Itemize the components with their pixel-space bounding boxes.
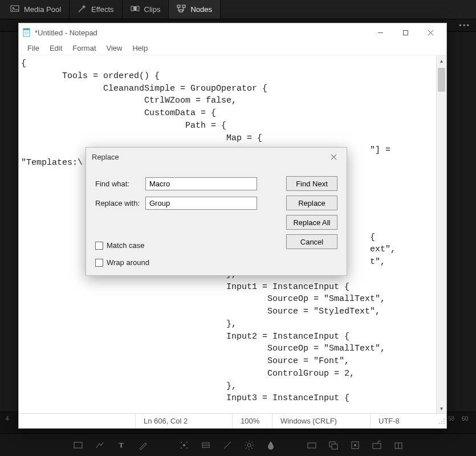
match-case-label: Match case [107, 241, 144, 250]
tool-icon-12[interactable] [350, 440, 360, 450]
replace-with-input[interactable] [145, 197, 257, 210]
menu-file[interactable]: File [23, 43, 43, 54]
menu-help[interactable]: Help [128, 43, 152, 54]
media-pool-icon [10, 4, 19, 15]
effects-icon [78, 4, 87, 15]
find-what-label: Find what: [95, 180, 145, 188]
replace-all-button[interactable]: Replace All [286, 215, 337, 230]
svg-line-21 [246, 442, 247, 443]
svg-rect-8 [74, 442, 82, 448]
find-next-button[interactable]: Find Next [286, 176, 337, 191]
svg-point-47 [444, 423, 445, 424]
menu-format[interactable]: Format [68, 43, 100, 54]
svg-point-12 [181, 447, 182, 449]
svg-point-46 [441, 423, 442, 424]
menu-view[interactable]: View [103, 43, 127, 54]
tab-nodes[interactable]: Nodes [169, 0, 221, 19]
find-what-input[interactable] [145, 177, 257, 190]
scroll-thumb[interactable] [438, 68, 445, 92]
tool-icon-7[interactable] [222, 440, 233, 450]
svg-point-29 [354, 444, 356, 446]
nodes-icon [177, 4, 186, 15]
status-zoom: 100% [232, 414, 272, 428]
svg-point-1 [13, 7, 14, 9]
svg-rect-34 [23, 28, 30, 30]
vertical-scrollbar[interactable]: ▴ ▾ [436, 55, 446, 413]
svg-point-13 [186, 447, 188, 449]
resize-grip[interactable] [436, 417, 446, 426]
more-icon[interactable]: ••• [459, 21, 470, 30]
notepad-title-text: *Untitled - Notepad [35, 28, 97, 37]
cancel-button[interactable]: Cancel [286, 234, 337, 249]
status-position: Ln 606, Col 2 [135, 414, 232, 428]
svg-rect-7 [180, 10, 182, 12]
svg-point-42 [444, 418, 445, 420]
drop-icon[interactable] [266, 440, 276, 450]
replace-dialog-titlebar[interactable]: Replace [86, 148, 347, 166]
timeline-num: 58 [448, 416, 454, 422]
status-encoding: UTF-8 [370, 414, 436, 428]
svg-point-10 [181, 442, 182, 443]
scroll-up-arrow[interactable]: ▴ [437, 55, 446, 66]
svg-rect-5 [177, 5, 180, 7]
svg-rect-25 [308, 443, 316, 448]
tab-label: Clips [144, 5, 161, 14]
tab-label: Effects [91, 5, 114, 14]
replace-close-button[interactable] [326, 149, 341, 164]
svg-point-11 [186, 442, 188, 443]
tool-icon-14[interactable] [393, 440, 404, 450]
maximize-button[interactable] [393, 25, 418, 40]
svg-line-24 [246, 447, 247, 449]
replace-dialog-title: Replace [92, 153, 119, 161]
tab-clips[interactable]: Clips [123, 0, 169, 19]
match-case-checkbox[interactable] [95, 242, 103, 250]
tab-media-pool[interactable]: Media Pool [2, 0, 70, 19]
tool-icon-2[interactable] [95, 440, 105, 450]
timeline-num: 4 [6, 416, 9, 422]
status-line-ending: Windows (CRLF) [272, 414, 370, 428]
app-tab-bar: Media Pool Effects Clips Nodes [0, 0, 476, 19]
notepad-menubar: File Edit Format View Help [19, 42, 446, 55]
menu-edit[interactable]: Edit [46, 43, 66, 54]
replace-button[interactable]: Replace [286, 196, 337, 210]
svg-point-43 [441, 421, 442, 422]
svg-point-44 [444, 421, 445, 422]
replace-dialog: Replace Find what: Replace with: Find Ne… [86, 147, 347, 276]
notepad-app-icon [22, 28, 31, 37]
svg-point-9 [183, 444, 185, 446]
wrap-around-checkbox[interactable] [95, 259, 103, 267]
svg-rect-4 [137, 6, 139, 11]
tool-icon-6[interactable] [201, 440, 211, 450]
tool-icon-13[interactable] [372, 440, 382, 450]
replace-with-label: Replace with: [95, 199, 145, 207]
close-button[interactable] [418, 25, 443, 40]
tool-icon-10[interactable] [307, 440, 317, 450]
svg-rect-3 [134, 6, 136, 11]
svg-line-23 [251, 442, 253, 443]
svg-rect-6 [182, 5, 185, 7]
svg-rect-2 [131, 6, 133, 11]
svg-rect-39 [403, 30, 408, 35]
brush-icon[interactable] [138, 440, 148, 450]
tab-label: Media Pool [24, 5, 61, 14]
bottom-toolbar: T [0, 433, 476, 456]
minimize-button[interactable] [368, 25, 393, 40]
svg-line-22 [251, 447, 253, 449]
svg-point-16 [247, 443, 251, 447]
tool-icon-1[interactable] [73, 440, 83, 450]
svg-point-45 [439, 423, 440, 424]
brightness-icon[interactable] [244, 440, 254, 450]
svg-rect-27 [332, 444, 337, 449]
text-tool-icon[interactable]: T [116, 440, 127, 450]
tab-label: Nodes [190, 5, 212, 14]
tab-effects[interactable]: Effects [70, 0, 123, 19]
notepad-titlebar[interactable]: *Untitled - Notepad [19, 23, 446, 42]
notepad-statusbar: Ln 606, Col 2 100% Windows (CRLF) UTF-8 [19, 413, 446, 428]
clips-icon [131, 4, 140, 15]
tool-icon-11[interactable] [328, 440, 339, 450]
scroll-down-arrow[interactable]: ▾ [437, 403, 446, 413]
timeline-num: 60 [462, 416, 468, 422]
wrap-around-label: Wrap around [107, 258, 149, 267]
svg-rect-30 [373, 443, 381, 449]
tool-icon-5[interactable] [179, 440, 189, 450]
